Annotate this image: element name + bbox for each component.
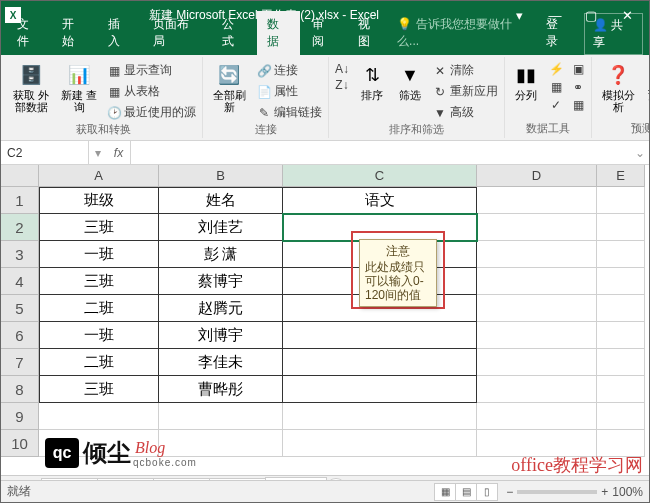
cell[interactable]: 班级 — [39, 187, 159, 214]
consolidate-button[interactable]: ▣ — [569, 61, 587, 77]
cell[interactable]: 李佳未 — [159, 349, 283, 376]
sort-button[interactable]: ⇅排序 — [355, 61, 389, 103]
from-table-button[interactable]: ▦从表格 — [105, 82, 198, 101]
cell[interactable] — [477, 268, 597, 295]
name-box[interactable]: C2 — [1, 141, 89, 164]
row-header[interactable]: 10 — [1, 430, 39, 457]
view-layout-button[interactable]: ▤ — [455, 483, 477, 501]
zoom-in-icon[interactable]: + — [601, 485, 608, 499]
cell[interactable]: 三班 — [39, 214, 159, 241]
cell[interactable] — [597, 241, 645, 268]
row-header[interactable]: 1 — [1, 187, 39, 214]
cell[interactable] — [39, 403, 159, 430]
cell[interactable] — [477, 295, 597, 322]
tab-insert[interactable]: 插入 — [98, 11, 141, 55]
cell[interactable] — [597, 268, 645, 295]
cell[interactable]: 曹晔彤 — [159, 376, 283, 403]
row-header[interactable]: 8 — [1, 376, 39, 403]
view-pagebreak-button[interactable]: ▯ — [476, 483, 498, 501]
formula-input[interactable] — [131, 141, 631, 164]
row-header[interactable]: 4 — [1, 268, 39, 295]
row-header[interactable]: 9 — [1, 403, 39, 430]
cell[interactable] — [597, 295, 645, 322]
zoom-control[interactable]: − + 100% — [506, 485, 643, 499]
whatif-button[interactable]: ❓模拟分析 — [596, 61, 640, 115]
tab-data[interactable]: 数据 — [257, 11, 300, 55]
cell[interactable]: 二班 — [39, 349, 159, 376]
expand-formula-icon[interactable]: ⌄ — [631, 146, 649, 160]
cell[interactable] — [597, 349, 645, 376]
namebox-dropdown-icon[interactable]: ▾ — [89, 146, 107, 160]
cell[interactable]: 二班 — [39, 295, 159, 322]
sort-asc-button[interactable]: A↓ — [333, 61, 351, 77]
get-external-data-button[interactable]: 🗄️获取 外部数据 — [9, 61, 53, 115]
text-to-columns-button[interactable]: ▮▮分列 — [509, 61, 543, 103]
row-header[interactable]: 6 — [1, 322, 39, 349]
tab-view[interactable]: 视图 — [348, 11, 391, 55]
worksheet[interactable]: A B C D E 1 班级 姓名 语文 2 三班 刘佳艺 3 一班 彭 潇 4… — [1, 165, 649, 475]
cell[interactable] — [477, 349, 597, 376]
cell[interactable] — [477, 241, 597, 268]
cell[interactable] — [477, 403, 597, 430]
col-header[interactable]: C — [283, 165, 477, 187]
recent-sources-button[interactable]: 🕑最近使用的源 — [105, 103, 198, 122]
cell[interactable] — [283, 349, 477, 376]
cell[interactable] — [283, 376, 477, 403]
col-header[interactable]: A — [39, 165, 159, 187]
flash-fill-button[interactable]: ⚡ — [547, 61, 565, 77]
refresh-all-button[interactable]: 🔄全部刷新 — [207, 61, 251, 115]
zoom-out-icon[interactable]: − — [506, 485, 513, 499]
fx-button[interactable]: fx — [107, 141, 131, 164]
select-all-corner[interactable] — [1, 165, 39, 187]
cell[interactable]: 彭 潇 — [159, 241, 283, 268]
cell[interactable]: 三班 — [39, 376, 159, 403]
reapply-button[interactable]: ↻重新应用 — [431, 82, 500, 101]
col-header[interactable]: E — [597, 165, 645, 187]
tab-file[interactable]: 文件 — [7, 11, 50, 55]
cell[interactable] — [159, 403, 283, 430]
clear-filter-button[interactable]: ✕清除 — [431, 61, 500, 80]
manage-model-button[interactable]: ▦ — [569, 97, 587, 113]
tab-layout[interactable]: 页面布局 — [143, 11, 210, 55]
cell[interactable] — [477, 214, 597, 241]
cell[interactable]: 赵腾元 — [159, 295, 283, 322]
cell[interactable] — [477, 376, 597, 403]
tell-me[interactable]: 💡告诉我您想要做什么... — [393, 11, 534, 55]
tab-home[interactable]: 开始 — [52, 11, 95, 55]
show-queries-button[interactable]: ▦显示查询 — [105, 61, 198, 80]
zoom-level[interactable]: 100% — [612, 485, 643, 499]
row-header[interactable]: 3 — [1, 241, 39, 268]
cell[interactable]: 蔡博宇 — [159, 268, 283, 295]
remove-dup-button[interactable]: ▦ — [547, 79, 565, 95]
col-header[interactable]: D — [477, 165, 597, 187]
cell[interactable]: 一班 — [39, 322, 159, 349]
cell[interactable] — [597, 376, 645, 403]
cell[interactable]: 姓名 — [159, 187, 283, 214]
cell[interactable]: 一班 — [39, 241, 159, 268]
row-header[interactable]: 7 — [1, 349, 39, 376]
login-link[interactable]: 登录 — [538, 11, 577, 55]
tab-review[interactable]: 审阅 — [302, 11, 345, 55]
advanced-button[interactable]: ▼高级 — [431, 103, 500, 122]
new-query-button[interactable]: 📊新建 查询 — [57, 61, 101, 115]
cell[interactable]: 刘博宇 — [159, 322, 283, 349]
view-normal-button[interactable]: ▦ — [434, 483, 456, 501]
relations-button[interactable]: ⚭ — [569, 79, 587, 95]
edit-links-button[interactable]: ✎编辑链接 — [255, 103, 324, 122]
cell[interactable] — [597, 322, 645, 349]
cell[interactable]: 刘佳艺 — [159, 214, 283, 241]
cell[interactable] — [283, 430, 477, 457]
cell[interactable] — [597, 187, 645, 214]
cell[interactable] — [283, 403, 477, 430]
validation-button[interactable]: ✓ — [547, 97, 565, 113]
col-header[interactable]: B — [159, 165, 283, 187]
connections-button[interactable]: 🔗连接 — [255, 61, 324, 80]
filter-button[interactable]: ▼筛选 — [393, 61, 427, 103]
cell[interactable] — [597, 214, 645, 241]
cell[interactable]: 语文 — [283, 187, 477, 214]
properties-button[interactable]: 📄属性 — [255, 82, 324, 101]
row-header[interactable]: 2 — [1, 214, 39, 241]
tab-formula[interactable]: 公式 — [212, 11, 255, 55]
zoom-slider[interactable] — [517, 490, 597, 494]
row-header[interactable]: 5 — [1, 295, 39, 322]
